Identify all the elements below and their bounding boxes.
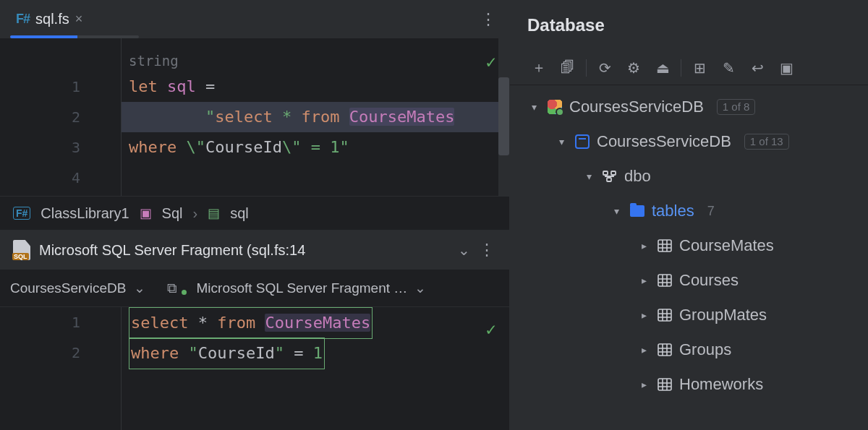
session-icon: ⧉ xyxy=(167,280,177,296)
sql-eq: = xyxy=(284,344,313,362)
svg-rect-4 xyxy=(658,275,671,286)
chevron-down-icon[interactable]: ⌄ xyxy=(414,280,426,296)
panel-title: Database xyxy=(510,0,868,51)
inspection-ok-icon[interactable]: ✓ xyxy=(486,314,496,345)
svg-rect-1 xyxy=(611,171,616,175)
crumb-project[interactable]: ClassLibrary1 xyxy=(41,205,129,222)
chevron-right-icon[interactable]: ▸ xyxy=(637,240,650,251)
chevron-right-icon[interactable]: ▸ xyxy=(637,309,650,321)
folder-icon xyxy=(630,205,644,217)
sql-keyword-from: from xyxy=(217,314,255,332)
tab-options-icon[interactable]: ⋮ xyxy=(480,10,503,29)
fragment-options-icon[interactable]: ⋮ xyxy=(479,241,496,259)
add-icon[interactable]: ＋ xyxy=(526,56,552,79)
fsharp-icon: F# xyxy=(16,12,30,27)
chevron-right-icon[interactable]: ▸ xyxy=(637,275,650,286)
copy-icon[interactable]: 🗐 xyxy=(555,56,581,79)
database-node[interactable]: ▾ CoursesServiceDB 1 of 13 xyxy=(510,124,868,159)
sql-table-ref: CourseMates xyxy=(265,314,370,332)
svg-rect-6 xyxy=(658,344,671,356)
space xyxy=(179,344,188,362)
chevron-right-icon[interactable]: ▸ xyxy=(637,344,650,356)
sql-star: * xyxy=(273,108,302,126)
database-panel: Database ＋ 🗐 ⟳ ⚙ ⏏ ⊞ ✎ ↩ ▣ ▾ CoursesServ… xyxy=(510,0,868,430)
table-node[interactable]: ▸ GroupMates xyxy=(510,298,868,332)
quote: " xyxy=(188,344,197,362)
chevron-down-icon[interactable]: ⌄ xyxy=(134,280,145,296)
chevron-down-icon[interactable]: ▾ xyxy=(610,205,623,217)
scrollbar-track[interactable] xyxy=(498,38,509,196)
fragment-title[interactable]: Microsoft SQL Server Fragment (sql.fs:14 xyxy=(39,242,449,259)
tab-filename: sql.fs xyxy=(35,11,69,27)
variable-icon: ▤ xyxy=(208,205,220,221)
quote: " xyxy=(275,344,284,362)
table-icon xyxy=(658,239,672,252)
space xyxy=(339,108,349,126)
database-toolbar: ＋ 🗐 ⟳ ⚙ ⏏ ⊞ ✎ ↩ ▣ xyxy=(510,51,868,85)
session-name[interactable]: Microsoft SQL Server Fragment … xyxy=(197,280,408,296)
sql-column-ref: CourseId xyxy=(205,138,282,156)
fragment-header: Microsoft SQL Server Fragment (sql.fs:14… xyxy=(0,231,509,270)
line-number: 1 xyxy=(0,72,121,102)
table-node[interactable]: ▸ Homeworks xyxy=(510,367,868,402)
inspection-ok-icon[interactable]: ✓ xyxy=(486,47,496,77)
crumb-file[interactable]: Sql xyxy=(162,205,183,222)
chevron-down-icon[interactable]: ▾ xyxy=(527,101,540,113)
keyword-let: let xyxy=(129,77,158,95)
datasource-name[interactable]: CoursesServiceDB xyxy=(10,280,127,296)
code-area[interactable]: select * from CourseMates where "CourseI… xyxy=(122,307,509,430)
datasource-label: CoursesServiceDB xyxy=(569,98,704,116)
crumb-symbol[interactable]: sql xyxy=(230,205,249,222)
sql-module-icon: ▣ xyxy=(140,205,152,221)
disconnect-icon[interactable]: ⏏ xyxy=(650,56,676,79)
chevron-right-icon[interactable]: ▸ xyxy=(637,379,650,390)
table-node[interactable]: ▸ Groups xyxy=(510,332,868,367)
scrollbar-thumb[interactable] xyxy=(498,77,509,155)
database-icon xyxy=(575,134,590,149)
code-area[interactable]: string let sql = "select * from CourseMa… xyxy=(122,38,509,196)
string-lit: \" xyxy=(176,138,205,156)
sql-keyword-where: where xyxy=(131,344,179,362)
chevron-down-icon[interactable]: ▾ xyxy=(555,136,568,147)
sql-file-icon xyxy=(13,240,30,260)
table-icon xyxy=(658,378,672,391)
refresh-icon[interactable]: ⟳ xyxy=(592,56,618,79)
table-label: Homeworks xyxy=(679,375,763,394)
sql-star: * xyxy=(188,314,217,332)
tab-sql-fs[interactable]: F# sql.fs × xyxy=(6,0,93,38)
schema-node[interactable]: ▾ dbo xyxy=(510,159,868,194)
fragment-editor[interactable]: 1 2 select * from CourseMates where "Cou… xyxy=(0,307,509,430)
edit-icon[interactable]: ✎ xyxy=(715,56,741,79)
table-view-icon[interactable]: ⊞ xyxy=(686,56,712,79)
database-label: CoursesServiceDB xyxy=(597,132,731,151)
identifier-sql: sql xyxy=(167,77,196,95)
separator xyxy=(681,59,681,77)
gutter: 1 2 xyxy=(0,307,122,430)
separator xyxy=(586,59,587,77)
string-lit: \" = xyxy=(282,138,330,156)
string-open: " xyxy=(129,108,215,126)
chevron-down-icon[interactable]: ▾ xyxy=(582,171,595,182)
table-label: Groups xyxy=(679,340,731,359)
table-icon xyxy=(658,309,672,322)
svg-rect-5 xyxy=(658,309,671,321)
table-node[interactable]: ▸ CourseMates xyxy=(510,228,868,263)
run-icon[interactable]: ▣ xyxy=(773,56,799,79)
table-node[interactable]: ▸ Courses xyxy=(510,263,868,298)
sql-keyword-where: where xyxy=(129,138,176,156)
editor-pane[interactable]: 1 2 3 4 string let sql = "select * from … xyxy=(0,38,509,196)
mssql-server-icon xyxy=(548,100,562,114)
line-number: 1 xyxy=(0,307,121,337)
gear-icon[interactable]: ⚙ xyxy=(621,56,647,79)
assign-op: = xyxy=(196,77,216,95)
database-tree[interactable]: ▾ CoursesServiceDB 1 of 8 ▾ CoursesServi… xyxy=(510,85,868,430)
jump-icon[interactable]: ↩ xyxy=(744,56,770,79)
chevron-down-icon[interactable]: ⌄ xyxy=(458,241,470,259)
tables-count: 7 xyxy=(707,204,715,219)
close-icon[interactable]: × xyxy=(75,12,83,27)
fsharp-icon: F# xyxy=(13,207,30,220)
count-badge: 1 of 13 xyxy=(744,134,789,150)
datasource-node[interactable]: ▾ CoursesServiceDB 1 of 8 xyxy=(510,90,868,124)
status-dot-icon xyxy=(182,290,187,295)
tables-folder-node[interactable]: ▾ tables 7 xyxy=(510,194,868,228)
